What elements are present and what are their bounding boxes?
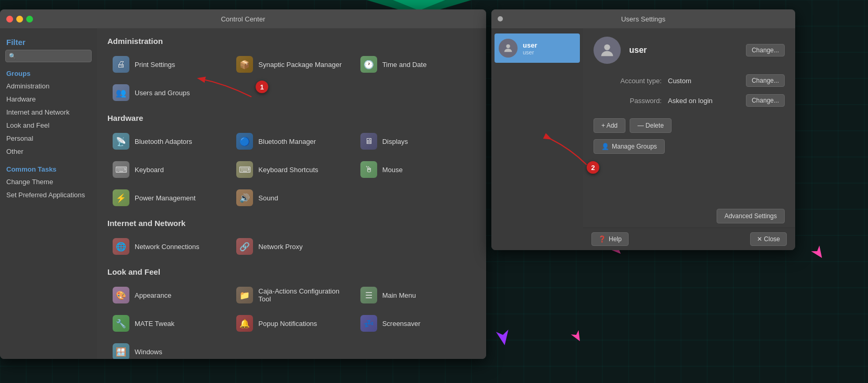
sidebar-item-internet[interactable]: Internet and Network xyxy=(0,106,97,119)
users-settings-titlebar: Users Settings xyxy=(491,9,795,28)
common-tasks-label: Common Tasks xyxy=(0,160,97,175)
account-type-label: Account type: xyxy=(594,77,662,85)
control-center-window: Control Center Filter 🔍 Groups Administr… xyxy=(0,9,486,359)
search-input[interactable] xyxy=(5,50,92,62)
grid-item-sound[interactable]: 🔊 Sound xyxy=(231,185,351,210)
account-type-row: Account type: Custom Change... xyxy=(594,74,785,87)
grid-item-screensaver[interactable]: 💤 Screensaver xyxy=(355,311,476,336)
grid-item-power-management[interactable]: ⚡ Power Management xyxy=(107,185,228,210)
network-connections-icon: 🌐 xyxy=(113,238,129,255)
sidebar-item-set-preferred[interactable]: Set Preferred Applications xyxy=(0,188,97,201)
keyboard-label: Keyboard xyxy=(135,166,164,174)
us-close-dot[interactable] xyxy=(498,16,503,21)
user-display-name: user xyxy=(629,46,647,55)
grid-item-mouse[interactable]: 🖱 Mouse xyxy=(355,157,476,182)
synaptic-icon: 📦 xyxy=(236,56,253,73)
users-settings-right: user Change... Account type: Custom Chan… xyxy=(583,28,795,250)
network-connections-label: Network Connections xyxy=(135,243,200,251)
svg-point-0 xyxy=(506,44,510,48)
minimize-button[interactable] xyxy=(16,16,23,22)
close-button[interactable] xyxy=(6,16,13,22)
bluetooth-manager-icon: 🔵 xyxy=(236,133,253,150)
svg-point-1 xyxy=(604,44,610,50)
keyboard-shortcuts-label: Keyboard Shortcuts xyxy=(258,166,318,174)
hardware-section-heading: Hardware xyxy=(107,114,476,122)
search-wrap: 🔍 xyxy=(5,50,92,62)
grid-item-mate-tweak[interactable]: 🔧 MATE Tweak xyxy=(107,311,228,336)
sidebar-item-administration[interactable]: Administration xyxy=(0,80,97,93)
grid-item-network-connections[interactable]: 🌐 Network Connections xyxy=(107,234,228,259)
synaptic-label: Synaptic Package Manager xyxy=(258,61,342,69)
us-user-header: user Change... xyxy=(594,37,785,64)
users-settings-window: Users Settings user user xyxy=(491,9,795,250)
control-center-body: Filter 🔍 Groups Administration Hardware … xyxy=(0,28,486,359)
screensaver-icon: 💤 xyxy=(360,315,377,332)
sidebar-item-other[interactable]: Other xyxy=(0,145,97,158)
us-top-area: user Change... Account type: Custom Chan… xyxy=(583,28,795,209)
mouse-label: Mouse xyxy=(382,166,403,174)
displays-label: Displays xyxy=(382,138,408,145)
internet-section-heading: Internet and Network xyxy=(107,219,476,228)
user-list-item-user[interactable]: user user xyxy=(495,33,580,63)
print-settings-icon: 🖨 xyxy=(113,56,129,73)
main-menu-label: Main Menu xyxy=(382,291,416,299)
grid-item-users-groups[interactable]: 👥 Users and Groups xyxy=(107,80,228,105)
grid-item-popup-notifications[interactable]: 🔔 Popup Notifications xyxy=(231,311,351,336)
sidebar-item-personal[interactable]: Personal xyxy=(0,132,97,145)
titlebar-buttons xyxy=(6,16,33,22)
grid-item-network-proxy[interactable]: 🔗 Network Proxy xyxy=(231,234,351,259)
user-avatar-small xyxy=(499,39,518,58)
sound-label: Sound xyxy=(258,194,278,202)
grid-item-timedate[interactable]: 🕐 Time and Date xyxy=(355,52,476,77)
groups-label: Groups xyxy=(0,66,97,80)
grid-item-caja-actions[interactable]: 📁 Caja-Actions Configuration Tool xyxy=(231,283,351,308)
grid-item-keyboard-shortcuts[interactable]: ⌨ Keyboard Shortcuts xyxy=(231,157,351,182)
sidebar-item-look-feel[interactable]: Look and Feel xyxy=(0,119,97,132)
popup-notifications-icon: 🔔 xyxy=(236,315,253,332)
password-value: Asked on login xyxy=(668,97,746,105)
look-feel-items-grid: 🎨 Appearance 📁 Caja-Actions Configuratio… xyxy=(107,283,476,359)
print-settings-label: Print Settings xyxy=(135,61,175,69)
change-account-type-button[interactable]: Change... xyxy=(746,74,785,87)
help-button[interactable]: ❓ Help xyxy=(591,232,629,246)
grid-item-appearance[interactable]: 🎨 Appearance xyxy=(107,283,228,308)
windows-label: Windows xyxy=(135,348,162,356)
sidebar: Filter 🔍 Groups Administration Hardware … xyxy=(0,28,97,359)
maximize-button[interactable] xyxy=(26,16,33,22)
add-user-button[interactable]: + Add xyxy=(594,118,625,133)
appearance-icon: 🎨 xyxy=(113,287,129,303)
user-list-sub: user xyxy=(523,49,537,55)
grid-item-print-settings[interactable]: 🖨 Print Settings xyxy=(107,52,228,77)
manage-groups-area: 👤 Manage Groups xyxy=(594,137,785,154)
grid-item-bluetooth-adaptors[interactable]: 📡 Bluetooth Adaptors xyxy=(107,129,228,154)
advanced-settings-button[interactable]: Advanced Settings xyxy=(717,209,785,223)
user-list: user user xyxy=(491,28,583,250)
grid-item-windows[interactable]: 🪟 Windows xyxy=(107,339,228,359)
sidebar-item-change-theme[interactable]: Change Theme xyxy=(0,175,97,188)
grid-item-main-menu[interactable]: ☰ Main Menu xyxy=(355,283,476,308)
grid-item-bluetooth-manager[interactable]: 🔵 Bluetooth Manager xyxy=(231,129,351,154)
us-add-delete-actions: + Add — Delete xyxy=(594,118,785,133)
grid-item-keyboard[interactable]: ⌨ Keyboard xyxy=(107,157,228,182)
network-proxy-label: Network Proxy xyxy=(258,243,303,251)
grid-item-synaptic[interactable]: 📦 Synaptic Package Manager xyxy=(231,52,351,77)
delete-user-button[interactable]: — Delete xyxy=(630,118,672,133)
internet-items-grid: 🌐 Network Connections 🔗 Network Proxy xyxy=(107,234,476,259)
user-list-item-info: user user xyxy=(523,41,537,55)
users-settings-title: Users Settings xyxy=(621,15,666,23)
change-name-button[interactable]: Change... xyxy=(746,44,785,57)
control-center-titlebar: Control Center xyxy=(0,9,486,28)
us-titlebar-buttons xyxy=(498,16,503,21)
users-settings-body: user user user Change... Account type: xyxy=(491,28,795,250)
us-close-button[interactable]: ✕ Close xyxy=(750,232,787,246)
network-proxy-icon: 🔗 xyxy=(236,238,253,255)
sidebar-item-hardware[interactable]: Hardware xyxy=(0,93,97,106)
timedate-label: Time and Date xyxy=(382,61,427,69)
caja-actions-label: Caja-Actions Configuration Tool xyxy=(258,287,346,303)
manage-groups-button[interactable]: 👤 Manage Groups xyxy=(594,139,665,154)
grid-item-displays[interactable]: 🖥 Displays xyxy=(355,129,476,154)
change-password-button[interactable]: Change... xyxy=(746,94,785,107)
timedate-icon: 🕐 xyxy=(360,56,377,73)
bluetooth-adaptors-icon: 📡 xyxy=(113,133,129,150)
help-icon: ❓ xyxy=(598,235,606,243)
